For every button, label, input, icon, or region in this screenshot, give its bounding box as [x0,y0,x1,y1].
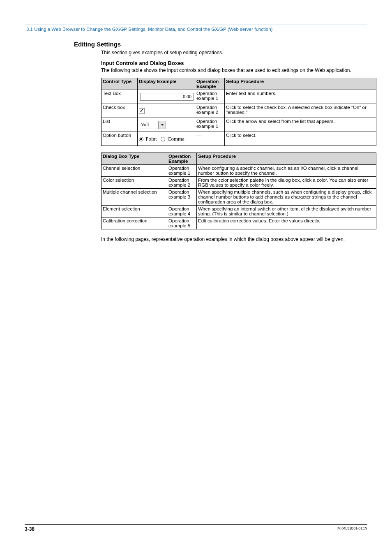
operation-example-cell: Operation example 2 [167,177,197,189]
table-header: Setup Procedure [225,78,376,90]
radio-comma-label: Comma [168,136,184,142]
editing-settings-intro: This section gives examples of setup edi… [101,49,367,56]
setup-procedure-cell: Click to select the check box. A selecte… [225,104,376,118]
operation-example-cell: Operation example 1 [195,118,225,132]
list-select[interactable]: Volt [139,121,166,129]
display-example-cell: Point Comma [138,132,195,146]
section-heading-input-controls: Input Controls and Dialog Boxes [101,60,367,66]
dialog-box-table: Dialog Box Type Operation Example Setup … [101,153,376,229]
operation-example-cell: Operation example 2 [195,104,225,118]
list-select-value: Volt [139,121,158,129]
operation-example-cell: — [195,132,225,146]
page-number: 3-38 [25,526,35,532]
operation-example-cell: Operation example 1 [167,165,197,177]
table-row: Multiple channel selection Operation exa… [101,189,376,206]
setup-procedure-cell: Edit calibration correction values. Ente… [197,217,376,229]
radio-comma[interactable] [161,137,165,141]
text-box-input[interactable]: 0.00 [140,93,194,101]
chevron-down-icon[interactable] [158,121,166,129]
table-header: Operation Example [195,78,225,90]
table-row: Element selection Operation example 4 Wh… [101,206,376,217]
operation-example-cell: Operation example 3 [167,189,197,206]
dialog-type-cell: Color selection [101,177,167,189]
document-id: IM 04L51B01-01EN [337,526,367,532]
operation-example-cell: Operation example 1 [195,90,225,104]
setup-procedure-cell: From the color selection palette in the … [197,177,376,189]
input-controls-intro: The following table shows the input cont… [101,67,367,74]
control-type-cell: List [101,118,138,132]
table-row: Channel selection Operation example 1 Wh… [101,165,376,177]
table-row: Check box Operation example 2 Click to s… [101,104,376,118]
operation-example-cell: Operation example 4 [167,206,197,217]
dialog-type-cell: Multiple channel selection [101,189,167,206]
table-header: Control Type [101,78,138,90]
section-heading-editing-settings: Editing Settings [74,41,367,48]
setup-procedure-cell: When specifying multiple channels, such … [197,189,376,206]
table-header: Dialog Box Type [101,153,167,165]
table-header: Display Example [138,78,195,90]
setup-procedure-cell: When configuring a specific channel, suc… [197,165,376,177]
setup-procedure-cell: Click the arrow and select from the list… [225,118,376,132]
checkbox-input[interactable] [139,108,145,114]
setup-procedure-cell: Click to select. [225,132,376,146]
breadcrumb: 3.1 Using a Web Browser to Change the GX… [25,27,367,32]
table-row: Calibration correction Operation example… [101,217,376,229]
table-header: Setup Procedure [197,153,376,165]
operation-example-cell: Operation example 5 [167,217,197,229]
table-row: Option button Point Comma — Click to sel… [101,132,376,146]
setup-procedure-cell: When specifying an internal switch or ot… [197,206,376,217]
page-footer: 3-38 IM 04L51B01-01EN [25,524,367,532]
table-row: List Volt Operation example 1 Click the … [101,118,376,132]
table-row: Text Box 0.00 Operation example 1 Enter … [101,90,376,104]
input-controls-table: Control Type Display Example Operation E… [101,78,376,146]
setup-procedure-cell: Enter text and numbers. [225,90,376,104]
radio-point[interactable] [139,137,143,141]
table-header: Operation Example [167,153,197,165]
table-row: Color selection Operation example 2 From… [101,177,376,189]
display-example-cell: Volt [138,118,195,132]
input-controls-outro: In the following pages, representative o… [101,236,367,243]
radio-point-label: Point [145,136,157,142]
control-type-cell: Check box [101,104,138,118]
dialog-type-cell: Element selection [101,206,167,217]
dialog-type-cell: Calibration correction [101,217,167,229]
display-example-cell [138,104,195,118]
dialog-type-cell: Channel selection [101,165,167,177]
display-example-cell: 0.00 [138,90,195,104]
control-type-cell: Text Box [101,90,138,104]
control-type-cell: Option button [101,132,138,146]
